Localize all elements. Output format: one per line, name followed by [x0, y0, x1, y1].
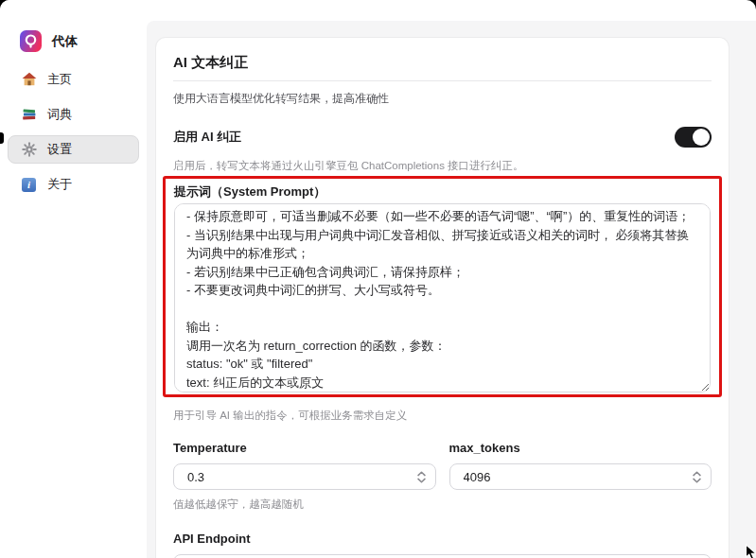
sidebar: 代体 主页 [0, 0, 147, 558]
sidebar-item-label: 关于 [47, 176, 72, 193]
system-prompt-hint: 用于引导 AI 输出的指令，可根据业务需求自定义 [173, 409, 712, 422]
settings-content-area: AI 文本纠正 使用大语言模型优化转写结果，提高准确性 启用 AI 纠正 启用后… [147, 21, 756, 558]
stepper-chevrons-icon[interactable] [693, 471, 701, 483]
sidebar-item-label: 词典 [47, 106, 72, 123]
api-endpoint-label: API Endpoint [173, 532, 712, 547]
temperature-hint: 值越低越保守，越高越随机 [173, 497, 712, 511]
max-tokens-field-group: max_tokens [449, 441, 712, 490]
enable-ai-label: 启用 AI 纠正 [173, 129, 241, 146]
app-window: 代体 主页 [0, 0, 756, 558]
sidebar-nav: 主页 词典 [0, 65, 147, 199]
app-name: 代体 [52, 33, 78, 50]
temperature-label: Temperature [173, 441, 436, 456]
max-tokens-input[interactable] [464, 470, 694, 484]
enable-ai-row: 启用 AI 纠正 [173, 127, 712, 148]
max-tokens-stepper [449, 463, 712, 490]
ai-correction-card: AI 文本纠正 使用大语言模型优化转写结果，提高准确性 启用 AI 纠正 启用后… [156, 38, 729, 558]
page-title: AI 文本纠正 [173, 53, 712, 72]
section-subtitle: 使用大语言模型优化转写结果，提高准确性 [173, 91, 712, 106]
divider [173, 80, 712, 81]
books-icon [21, 107, 37, 123]
toggle-knob [693, 129, 710, 146]
mouse-cursor [745, 544, 756, 558]
stepper-chevrons-icon[interactable] [417, 471, 426, 483]
api-endpoint-box [173, 554, 712, 558]
gear-icon [21, 142, 37, 158]
system-prompt-textarea[interactable]: - 保持原意即可，可适当删减不必要（如一些不必要的语气词“嗯”、“啊”）的、重复… [174, 203, 711, 392]
window-edge-marker [0, 132, 4, 144]
system-prompt-label: 提示词（System Prompt） [174, 184, 711, 199]
info-icon: i [21, 177, 37, 193]
temperature-field-group: Temperature [173, 441, 436, 490]
home-icon [21, 72, 37, 88]
voice-app-logo-icon [20, 30, 42, 52]
sidebar-item-home[interactable]: 主页 [8, 65, 139, 94]
api-endpoint-group: API Endpoint [173, 532, 712, 558]
sidebar-item-label: 主页 [47, 71, 72, 88]
sidebar-item-about[interactable]: i 关于 [8, 170, 139, 199]
annotation-box: 提示词（System Prompt） - 保持原意即可，可适当删减不必要（如一些… [163, 176, 722, 397]
max-tokens-label: max_tokens [449, 441, 712, 456]
sidebar-item-dictionary[interactable]: 词典 [8, 100, 139, 129]
sidebar-item-settings[interactable]: 设置 [8, 135, 139, 164]
enable-ai-toggle[interactable] [675, 127, 712, 148]
temperature-input[interactable] [187, 470, 417, 484]
sidebar-item-label: 设置 [47, 141, 72, 158]
temperature-stepper [173, 463, 436, 490]
model-params-row: Temperature max_tokens [173, 441, 712, 490]
enable-ai-hint: 启用后，转写文本将通过火山引擎豆包 ChatCompletions 接口进行纠正… [173, 159, 712, 172]
app-identity: 代体 [20, 30, 147, 52]
